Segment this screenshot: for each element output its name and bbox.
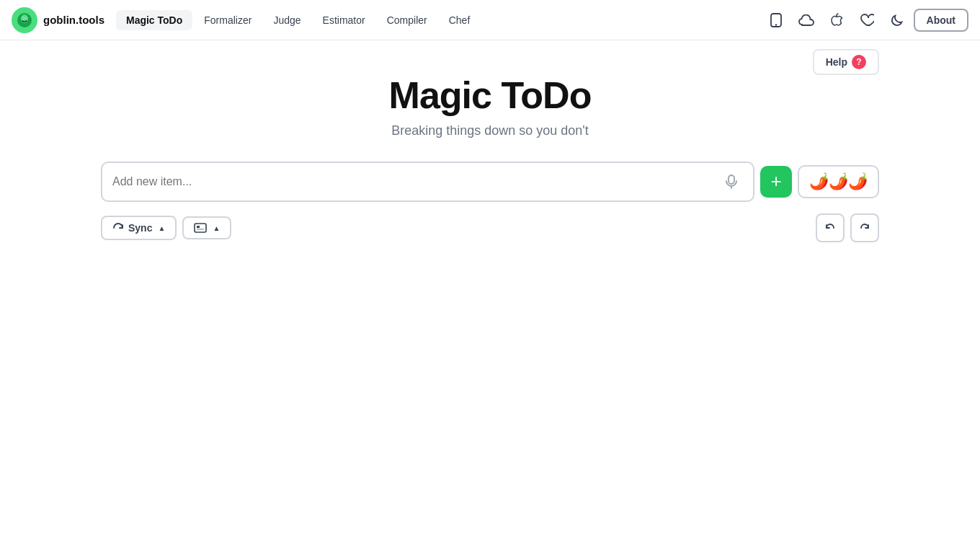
- logo-link[interactable]: goblin.tools: [12, 7, 104, 33]
- dark-mode-btn[interactable]: [883, 6, 911, 34]
- help-label: Help: [826, 56, 847, 68]
- svg-point-7: [775, 24, 776, 25]
- view-button[interactable]: ▲: [182, 216, 231, 239]
- main-content: Help ? Magic ToDo Breaking things down s…: [0, 40, 980, 242]
- help-icon: ?: [852, 55, 866, 69]
- logo-text: goblin.tools: [43, 14, 104, 26]
- toolbar-row: Sync ▲ ▲: [101, 213, 879, 242]
- svg-rect-10: [195, 224, 206, 232]
- page-title: Magic ToDo: [389, 75, 592, 116]
- phone-icon-btn[interactable]: [762, 6, 790, 34]
- svg-rect-8: [729, 175, 734, 184]
- todo-input[interactable]: [112, 175, 720, 188]
- nav-chef[interactable]: Chef: [439, 10, 481, 30]
- spice-button[interactable]: 🌶️🌶️🌶️: [798, 165, 879, 198]
- svg-rect-11: [197, 226, 200, 228]
- cloud-icon-btn[interactable]: [793, 6, 820, 34]
- mic-button[interactable]: [720, 170, 743, 193]
- input-row: + 🌶️🌶️🌶️: [101, 162, 879, 202]
- add-icon: +: [770, 172, 781, 190]
- help-button[interactable]: Help ?: [813, 49, 879, 75]
- heart-icon-btn[interactable]: [853, 6, 881, 34]
- navbar: goblin.tools Magic ToDo Formalizer Judge…: [0, 0, 980, 40]
- undo-button[interactable]: [816, 213, 845, 242]
- redo-button[interactable]: [850, 213, 879, 242]
- sync-label: Sync: [128, 222, 152, 234]
- page-subtitle: Breaking things down so you don't: [391, 123, 589, 138]
- nav-estimator[interactable]: Estimator: [313, 10, 375, 30]
- add-item-button[interactable]: +: [760, 166, 792, 198]
- view-chevron-icon: ▲: [213, 224, 220, 232]
- nav-compiler[interactable]: Compiler: [377, 10, 437, 30]
- spice-icon: 🌶️🌶️🌶️: [809, 172, 868, 191]
- sync-chevron-icon: ▲: [158, 224, 165, 232]
- nav-formalizer[interactable]: Formalizer: [194, 10, 262, 30]
- sync-button[interactable]: Sync ▲: [101, 216, 177, 240]
- nav-links: Magic ToDo Formalizer Judge Estimator Co…: [116, 10, 760, 30]
- logo-icon: [12, 7, 37, 33]
- nav-magic-todo[interactable]: Magic ToDo: [116, 10, 192, 30]
- nav-judge[interactable]: Judge: [263, 10, 311, 30]
- svg-point-4: [22, 17, 23, 18]
- svg-rect-12: [197, 229, 204, 230]
- apple-icon-btn[interactable]: [823, 6, 850, 34]
- nav-right-icons: About: [762, 6, 968, 34]
- svg-point-5: [25, 17, 26, 18]
- about-button[interactable]: About: [914, 9, 968, 32]
- toolbar-right: [816, 213, 879, 242]
- toolbar-left: Sync ▲ ▲: [101, 216, 231, 240]
- todo-input-wrapper: [101, 162, 754, 202]
